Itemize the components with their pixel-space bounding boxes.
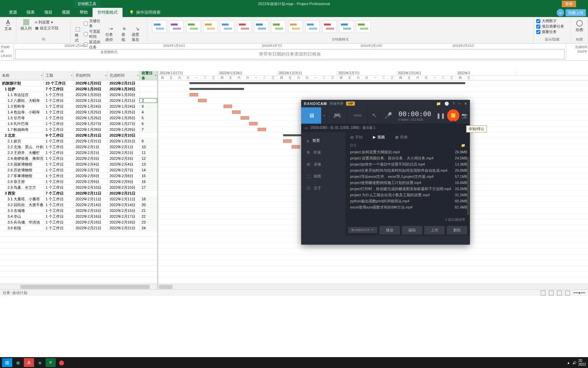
table-row[interactable]: 2.4 南锣鼓巷、雍和宫 1 个工作日 2022年2月3日 2022年2月3日 … [0, 156, 157, 162]
gantt-row[interactable] [158, 254, 588, 260]
predecessor-cell[interactable]: 13 [140, 162, 157, 166]
duration-cell[interactable]: 1 个工作日 [44, 150, 74, 155]
gantt-task-bar[interactable] [292, 145, 300, 149]
table-row[interactable]: 3.2 回民街、大唐不夜 1 个工作日 2022年2月14日 2022年2月14… [0, 202, 157, 208]
custom-fields-button[interactable]: ▦ 自定义字段 [35, 26, 59, 31]
task-name-cell[interactable]: 3.4 华山 [0, 214, 44, 219]
duration-cell[interactable]: 1 个工作日 [44, 116, 74, 121]
minimize-icon[interactable]: ─ [458, 102, 461, 106]
gantt-style-option[interactable] [169, 20, 183, 33]
finish-cell[interactable]: 2022年2月15日 [108, 208, 140, 213]
task-name-cell[interactable]: 2.4 南锣鼓巷、雍和宫 [0, 156, 44, 161]
start-cell[interactable]: 2022年1月21日 [74, 98, 108, 103]
mic-icon[interactable]: 🎤 [381, 107, 395, 124]
task-name-cell[interactable]: 3.1 大雁塔、小雁塔 [0, 197, 44, 202]
table-row-empty[interactable] [0, 231, 157, 237]
view-icon[interactable] [541, 291, 545, 295]
table-row[interactable]: 3.3 古城墙 1 个工作日 2022年2月15日 2022年2月15日 21 [0, 208, 157, 214]
table-row[interactable]: 1.2 八廓街、大昭寺 1 个工作日 2022年1月21日 2022年1月21日… [0, 98, 157, 104]
duration-cell[interactable]: 1 个工作日 [44, 173, 74, 179]
predecessor-cell[interactable]: 4 [140, 110, 157, 114]
gantt-task-bar[interactable] [241, 116, 249, 120]
file-list-item[interactable]: project导出excel文件、excel导入project文件里.mp457… [350, 174, 467, 180]
file-list-scrollbar[interactable] [467, 157, 469, 215]
task-name-cell[interactable]: 3.3 古城墙 [0, 208, 44, 213]
predecessor-cell[interactable]: 12 [140, 156, 157, 160]
gantt-task-bar[interactable] [232, 110, 241, 114]
finish-cell[interactable]: 2022年2月10日 [108, 133, 140, 138]
table-row[interactable]: 3.6 乾陵 1 个工作日 2022年2月21日 2022年2月21日 24 [0, 225, 157, 231]
file-list-item[interactable]: project如何在一个项目中设置不同的日历.mp413.3MB [350, 162, 467, 168]
gantt-task-bar[interactable] [258, 128, 266, 131]
file-list[interactable]: project 如何设置大纲级别.mp426.9MBproject 设置周期任务… [345, 149, 470, 215]
start-cell[interactable]: 2022年2月16日 [74, 214, 108, 219]
format-button[interactable]: ⬚格式 [74, 25, 82, 44]
table-row[interactable]: 1.5 甘丹寺 1 个工作日 2022年1月26日 2022年1月26日 5 [0, 115, 157, 121]
table-row-empty[interactable] [0, 260, 157, 266]
taskbar-app-icon[interactable]: ◈ [35, 358, 45, 367]
slippage-button[interactable]: ↘进度落后 [130, 25, 144, 43]
duration-cell[interactable]: 23 个工作日 [44, 81, 74, 86]
start-cell[interactable]: 2022年1月24日 [74, 104, 108, 109]
rect-select-icon[interactable]: ▭ [305, 126, 308, 130]
bandicam-window[interactable]: BANDICAM 班迪录屏 VIP 📁 🕐 ? ─ ✕ 🖥 ▾ 🎮 HDMI ↖… [301, 100, 470, 245]
table-row[interactable]: 1.6 扎叶巴寺 1 个工作日 2022年1月27日 2022年1月27日 6 [0, 121, 157, 127]
table-row[interactable]: 2.1 故宫 1 个工作日 2022年1月31日 2022年1月31日 8 [0, 138, 157, 144]
tray-clock[interactable]: 202022 [578, 359, 586, 366]
column-header-finish[interactable]: 完成时间▾ [108, 71, 140, 80]
ribbon-tab[interactable]: 资源 [4, 8, 22, 17]
task-name-cell[interactable]: 2 北京 [0, 133, 44, 138]
finish-cell[interactable]: 2022年1月27日 [108, 121, 140, 126]
bandicam-titlebar[interactable]: BANDICAM 班迪录屏 VIP 📁 🕐 ? ─ ✕ [301, 100, 470, 107]
cloud-icon[interactable]: ∞ [557, 9, 564, 16]
gantt-task-bar[interactable] [224, 105, 232, 108]
view-icon[interactable] [549, 291, 554, 295]
start-cell[interactable]: 2022年1月31日 [74, 139, 108, 144]
file-list-item[interactable]: python输出函数print的详细用法.mp480.0MB [350, 198, 467, 204]
task-name-cell[interactable]: 2.2 北海、景山、什刹 [0, 144, 44, 150]
gantt-task-bar[interactable] [283, 139, 292, 143]
bandicam-tab[interactable]: ▶视频 [373, 135, 385, 140]
task-name-cell[interactable]: 2.3 王府井、大栅栏 [0, 150, 44, 155]
duration-cell[interactable]: 1 个工作日 [44, 208, 74, 213]
task-name-cell[interactable]: 2.8 恭王府 [0, 179, 44, 184]
bandicam-tab[interactable]: ▦图像 [395, 135, 408, 140]
finish-cell[interactable]: 2022年2月11日 [108, 197, 140, 202]
table-row-empty[interactable] [0, 266, 157, 272]
bandicam-nav-item[interactable]: ⓘ关于 [301, 182, 345, 194]
table-row[interactable]: 2.9 鸟巢、水立方 1 个工作日 2022年2月10日 2022年2月10日 … [0, 185, 157, 190]
table-row[interactable]: 2.6 历史博物馆 1 个工作日 2022年2月7日 2022年2月7日 14 [0, 167, 157, 173]
critical-tasks-checkbox[interactable]: 关键任务 [84, 18, 102, 29]
task-name-cell[interactable]: 3.5 兵马俑、华清池 [0, 220, 44, 225]
start-button[interactable]: ⊞ [2, 358, 12, 367]
finish-cell[interactable]: 2022年2月4日 [108, 162, 140, 167]
start-cell[interactable]: 2022年1月20日 [74, 81, 108, 86]
task-path-button[interactable]: ⇢任务路径 [104, 25, 118, 43]
view-icon[interactable] [565, 291, 570, 295]
gantt-styles-gallery[interactable] [150, 18, 530, 37]
predecessor-cell[interactable]: 20 [140, 203, 157, 207]
predecessor-cell[interactable]: 16 [140, 180, 157, 184]
finish-cell[interactable]: 2022年1月28日 [108, 87, 140, 92]
sort-button[interactable]: ≡ 按日期排序 [345, 215, 470, 224]
predecessor-cell[interactable]: 6 [140, 122, 157, 126]
column-settings-button[interactable]: ≡ 列设置 ▾ [35, 20, 59, 25]
ribbon-tab[interactable]: 项目 [39, 8, 57, 17]
gantt-style-option[interactable] [339, 20, 354, 33]
task-name-cell[interactable]: 的旅游计划 [0, 81, 44, 86]
gantt-row[interactable] [158, 277, 588, 283]
duration-cell[interactable]: 1 个工作日 [44, 139, 74, 144]
screen-mode-button[interactable]: 🖥 [301, 107, 322, 124]
windows-taskbar[interactable]: ⊞ ◉ A ◈ P ⬤ ▲ 🔊 202022 [0, 357, 588, 368]
predecessor-cell[interactable]: 10 [140, 145, 157, 149]
start-cell[interactable]: 2022年2月4日 [74, 162, 108, 167]
taskbar-app-bandicam[interactable]: ⬤ [56, 358, 67, 367]
task-name-cell[interactable]: 1 拉萨 [0, 87, 44, 92]
table-row[interactable]: 2.8 恭王府 1 个工作日 2022年2月9日 2022年2月9日 16 [0, 179, 157, 185]
start-cell[interactable]: 2022年2月11日 [74, 191, 108, 196]
task-name-cell[interactable]: 1.7 帕崩岗寺 [0, 127, 44, 132]
login-button[interactable]: 登录 [562, 1, 576, 7]
gantt-style-option[interactable] [237, 20, 251, 33]
gantt-style-option[interactable] [305, 20, 320, 33]
task-name-cell[interactable]: 1.6 扎叶巴寺 [0, 121, 44, 126]
